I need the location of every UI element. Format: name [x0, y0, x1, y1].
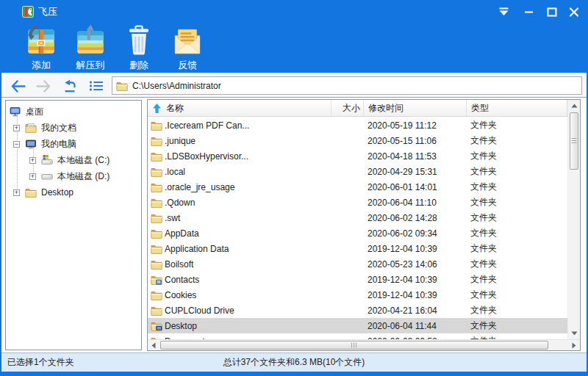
tree-item--[interactable]: 桌面: [6, 104, 141, 120]
file-row[interactable]: .Icecream PDF Can...2020-05-19 11:12文件夹: [148, 118, 567, 133]
address-input[interactable]: [132, 77, 581, 94]
file-modified: 2020-06-04 11:44: [362, 321, 465, 331]
address-bar: [1, 73, 587, 98]
maximize-button[interactable]: [542, 4, 562, 19]
file-type: 文件夹: [465, 319, 566, 332]
toolbar-button-label: 添加: [17, 59, 65, 72]
tree-item--[interactable]: −我的电脑: [6, 136, 141, 152]
collapse-expander-icon[interactable]: −: [13, 141, 20, 148]
titlebar: 飞压: [0, 0, 588, 24]
toolbar-button-label: 解压到: [66, 59, 115, 72]
file-name: .Icecream PDF Can...: [162, 120, 330, 131]
minimize-button[interactable]: [519, 4, 538, 19]
scroll-left-button[interactable]: [148, 340, 159, 350]
file-type: 文件夹: [465, 289, 566, 301]
menu-dropdown-button[interactable]: [494, 4, 513, 19]
forward-button[interactable]: [34, 79, 53, 93]
file-row[interactable]: Cookies2019-12-04 10:39文件夹: [148, 287, 567, 303]
horizontal-scroll-thumb[interactable]: [160, 341, 548, 350]
file-modified: 2020-05-23 14:06: [362, 259, 465, 270]
file-modified: 2020-05-15 11:06: [362, 136, 465, 146]
file-row[interactable]: .junique2020-05-15 11:06文件夹: [148, 133, 567, 148]
file-name: AppData: [162, 228, 330, 239]
file-type: 文件夹: [465, 196, 566, 209]
back-button[interactable]: [9, 79, 28, 93]
toolbar-button-add[interactable]: 添加: [17, 24, 65, 72]
toolbar-button-delete[interactable]: 删除: [115, 24, 163, 72]
file-type: 文件夹: [465, 181, 566, 193]
tree-item-desktop[interactable]: +Desktop: [6, 184, 141, 200]
folder-tree: 桌面+我的文档−我的电脑+本地磁盘 (C:)+本地磁盘 (D:)+Desktop: [6, 104, 141, 200]
file-name: .swt: [162, 213, 330, 223]
expand-expander-icon[interactable]: +: [29, 157, 36, 164]
file-type: 文件夹: [465, 119, 566, 131]
column-header-modified[interactable]: 修改时间: [364, 100, 467, 116]
file-name: .Qdown: [162, 198, 330, 208]
expand-expander-icon[interactable]: +: [29, 173, 36, 180]
status-bar: 已选择1个文件夹 总计37个文件夹和6.3 MB(10个文件): [1, 352, 587, 372]
folder-icon: [151, 151, 162, 162]
file-row[interactable]: Boilsoft2020-05-23 14:06文件夹: [148, 256, 567, 272]
file-row[interactable]: Desktop2020-06-04 11:44文件夹: [148, 318, 567, 333]
expand-expander-icon[interactable]: +: [13, 189, 20, 196]
file-type: 文件夹: [465, 258, 566, 270]
expand-expander-icon[interactable]: +: [13, 125, 20, 131]
close-button[interactable]: [564, 4, 584, 19]
file-row[interactable]: AppData2020-06-02 09:34文件夹: [148, 225, 567, 241]
folder-icon: [151, 197, 162, 209]
file-type: 文件夹: [465, 150, 566, 162]
file-modified: 2020-05-19 11:12: [362, 120, 465, 131]
tree-item--d-[interactable]: +本地磁盘 (D:): [6, 168, 141, 184]
file-name: .local: [162, 167, 330, 177]
file-type: 文件夹: [465, 273, 566, 286]
file-row[interactable]: .local2020-04-29 15:31文件夹: [148, 164, 567, 179]
file-name: .junique: [162, 136, 330, 146]
my-computer-icon: [25, 138, 37, 150]
column-header-name[interactable]: 名称: [148, 100, 331, 116]
file-row[interactable]: CUPLCloud Drive2020-04-21 16:04文件夹: [148, 303, 567, 318]
file-list-panel: 名称大小修改时间类型 .Icecream PDF Can...2020-05-1…: [147, 99, 581, 351]
file-row[interactable]: Application Data2019-12-04 10:39文件夹: [148, 241, 567, 256]
horizontal-scrollbar[interactable]: [148, 339, 580, 350]
folder-icon: [25, 187, 37, 198]
column-header-label: 大小: [343, 102, 360, 115]
column-header-type[interactable]: 类型: [467, 100, 567, 116]
file-modified: 2019-12-04 10:39: [362, 290, 465, 300]
folder-icon: [151, 243, 162, 255]
tree-item-label: 本地磁盘 (C:): [57, 154, 110, 167]
file-row[interactable]: Documents2020-06-03 09:52文件夹: [148, 333, 567, 339]
folder-icon: [151, 289, 162, 301]
file-row[interactable]: .swt2020-06-02 14:28文件夹: [148, 210, 567, 225]
column-header-label: 修改时间: [368, 102, 404, 115]
file-row[interactable]: .oracle_jre_usage2020-06-01 14:01文件夹: [148, 179, 567, 195]
desktop-icon: [10, 106, 21, 118]
scroll-down-button[interactable]: [568, 328, 580, 339]
toolbar-button-extract[interactable]: 解压到: [66, 24, 115, 72]
file-row[interactable]: .LDSBoxHypervisor...2020-04-18 11:53文件夹: [148, 148, 567, 164]
tree-item--c-[interactable]: +本地磁盘 (C:): [6, 152, 141, 168]
file-name: Contacts: [162, 275, 330, 285]
tree-item-label: 我的电脑: [41, 138, 76, 151]
file-row[interactable]: Contacts2019-12-04 10:39文件夹: [148, 272, 567, 287]
tree-panel: 桌面+我的文档−我的电脑+本地磁盘 (C:)+本地磁盘 (D:)+Desktop: [5, 100, 142, 350]
toolbar-button-feedback[interactable]: 反馈: [163, 24, 212, 72]
scroll-right-button[interactable]: [568, 340, 580, 350]
tree-item-label: 桌面: [26, 106, 43, 118]
vertical-scroll-thumb[interactable]: [570, 112, 578, 170]
drive-d-icon: [41, 170, 53, 182]
column-header-size[interactable]: 大小: [331, 100, 364, 116]
scroll-up-button[interactable]: [568, 100, 580, 112]
folder-icon: [151, 305, 162, 317]
file-name: .oracle_jre_usage: [162, 182, 330, 192]
file-name: CUPLCloud Drive: [162, 306, 330, 316]
app-logo-icon: [22, 6, 34, 18]
vertical-scrollbar[interactable]: [567, 100, 580, 339]
folder-icon: [151, 258, 162, 270]
up-level-button[interactable]: [60, 79, 79, 93]
view-list-button[interactable]: [87, 79, 106, 93]
folder-icon: [151, 166, 162, 178]
folder-desktop-icon: [151, 320, 162, 332]
file-type: 文件夹: [465, 304, 566, 317]
file-row[interactable]: .Qdown2020-06-04 11:10文件夹: [148, 195, 567, 210]
tree-item--[interactable]: +我的文档: [6, 120, 141, 136]
